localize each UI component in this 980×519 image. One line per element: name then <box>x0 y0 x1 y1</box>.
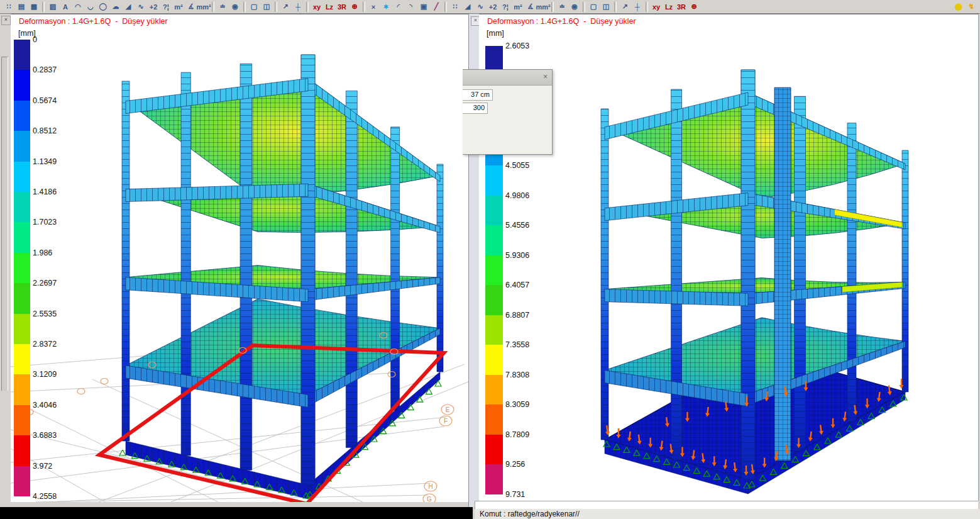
zoom-target-icon[interactable]: ⊕ <box>348 1 361 13</box>
visibility-icon[interactable]: ◉ <box>229 1 241 13</box>
spring-2-icon[interactable]: ∿ <box>474 1 487 13</box>
dialog-value-field[interactable]: 300 <box>463 103 488 114</box>
offset-2-icon[interactable]: +2 <box>487 1 499 13</box>
dock-close-icon[interactable]: × <box>1 16 11 25</box>
main-toolbar: ∷▤▦▨A◠◡◯☁◢∿+2?¦m²∡mm²≐◉▢◫↗┼xyLz3R⊕×∗◜◝▣╱… <box>0 0 980 14</box>
left-building-render: EFHG <box>11 14 468 502</box>
legend-label: 0 <box>33 35 37 44</box>
toolbar-separator <box>212 2 214 12</box>
ucs-icon[interactable]: ┼ <box>292 1 304 13</box>
legend-label: 8.3059 <box>505 400 529 409</box>
dialog-thickness-field[interactable]: 37 cm <box>463 89 493 101</box>
legend-color-band <box>485 255 503 286</box>
snap-points-icon[interactable]: ∷ <box>3 1 15 13</box>
legend-color-band <box>485 196 503 226</box>
toolbar-separator <box>275 2 277 12</box>
chamfer-icon[interactable]: ◝ <box>405 1 417 13</box>
fit-nodes-icon[interactable]: ∷ <box>449 1 461 13</box>
legend-label: 2.6053 <box>505 42 529 50</box>
dialog-titlebar[interactable]: × <box>463 70 552 86</box>
offset-icon[interactable]: +2 <box>147 1 160 13</box>
circle-icon[interactable]: ◯ <box>97 1 109 13</box>
legend-color-band <box>485 405 503 435</box>
grid-icon[interactable]: ▦ <box>28 1 40 13</box>
view-z-icon[interactable]: Lz <box>323 1 336 13</box>
angle-icon[interactable]: ∡ <box>185 1 197 13</box>
docked-panel-edge: × <box>0 14 11 507</box>
axes-icon[interactable]: ┼ <box>631 1 644 13</box>
spring-icon[interactable]: ∿ <box>135 1 147 13</box>
view-3d-2-icon[interactable]: 3R <box>675 1 688 13</box>
left-3d-viewport[interactable]: EFHG Deformasyon : 1.4G+1.6Q - Düşey yük… <box>11 14 468 502</box>
legend-color-band <box>14 40 30 70</box>
cloud-icon[interactable]: ☁ <box>109 1 122 13</box>
zoom-target-2-icon[interactable]: ⊕ <box>688 1 700 13</box>
tile-windows-icon[interactable]: ◫ <box>260 1 273 13</box>
pan-icon[interactable]: ↗ <box>619 1 631 13</box>
legend-label: 4.9806 <box>505 191 529 200</box>
arc-icon[interactable]: ◡ <box>84 1 97 13</box>
svg-text:H: H <box>428 483 432 490</box>
legend-label: 0.8512 <box>33 126 57 135</box>
right-result-title: Deformasyon : 1.4G+1.6Q - Düşey yükler <box>487 17 636 26</box>
left-bottom-black-bar <box>0 507 473 519</box>
legend-color-band <box>14 70 30 101</box>
wand-icon[interactable]: ╱ <box>430 1 443 13</box>
area-mm2-2-icon[interactable]: mm² <box>537 1 549 13</box>
single-window-icon[interactable]: ▢ <box>248 1 260 13</box>
area-m2-2-icon[interactable]: m² <box>512 1 524 13</box>
bulb-icon[interactable]: ⬤ <box>952 1 965 13</box>
legend-color-band <box>14 222 30 253</box>
tile-windows-2-icon[interactable]: ◫ <box>600 1 612 13</box>
level-2-icon[interactable]: ≐ <box>556 1 568 13</box>
select-box-icon[interactable]: ▣ <box>417 1 430 13</box>
sketch-icon[interactable]: ◠ <box>72 1 84 13</box>
toolbar-separator <box>646 2 648 12</box>
legend-color-band <box>14 101 30 131</box>
view-xy-2-icon[interactable]: xy <box>650 1 663 13</box>
break-node-icon[interactable]: × <box>367 1 380 13</box>
view-z-2-icon[interactable]: Lz <box>663 1 675 13</box>
text-icon[interactable]: A <box>59 1 72 13</box>
export-view-icon[interactable]: ↗ <box>279 1 292 13</box>
area-m2-icon[interactable]: m² <box>172 1 185 13</box>
toolbar-separator <box>243 2 246 12</box>
toolbar-separator <box>583 2 585 12</box>
legend-color-band <box>14 374 30 405</box>
legend-label: 8.7809 <box>505 430 529 439</box>
legend-label: 3.1209 <box>33 370 57 379</box>
angle-2-icon[interactable]: ∡ <box>524 1 537 13</box>
legend-color-band <box>14 435 30 466</box>
legend-label: 5.4556 <box>505 221 529 230</box>
property-dialog[interactable]: × 37 cm 300 <box>463 69 553 155</box>
notebook-icon[interactable]: ▤ <box>15 1 28 13</box>
view-xy-icon[interactable]: xy <box>311 1 323 13</box>
command-input[interactable] <box>475 501 978 510</box>
slope-icon[interactable]: ◢ <box>122 1 135 13</box>
dock-grip[interactable] <box>1 57 8 391</box>
query-2-icon[interactable]: ?¦ <box>499 1 512 13</box>
flash-icon[interactable]: ↯ <box>965 1 977 13</box>
area-mm2-icon[interactable]: mm² <box>197 1 210 13</box>
image-icon[interactable]: ▨ <box>47 1 59 13</box>
query-icon[interactable]: ?¦ <box>160 1 172 13</box>
legend-label: 2.2697 <box>33 279 57 287</box>
toolbar-separator <box>551 2 554 12</box>
legend-label: 9.256 <box>505 460 525 469</box>
right-building-render <box>479 14 978 501</box>
legend-label: 7.8308 <box>505 371 529 379</box>
legend-label: 6.8807 <box>505 311 529 320</box>
slope-2-icon[interactable]: ◢ <box>461 1 474 13</box>
right-3d-viewport[interactable]: Deformasyon : 1.4G+1.6Q - Düşey yükler [… <box>479 14 979 501</box>
fillet-icon[interactable]: ◜ <box>392 1 405 13</box>
level-icon[interactable]: ≐ <box>216 1 229 13</box>
single-window-2-icon[interactable]: ▢ <box>587 1 600 13</box>
view-3d-icon[interactable]: 3R <box>336 1 348 13</box>
toolbar-separator <box>42 2 45 12</box>
visibility-2-icon[interactable]: ◉ <box>568 1 581 13</box>
dialog-close-icon[interactable]: × <box>543 72 548 81</box>
legend-label: 2.5535 <box>33 310 57 318</box>
legend-label: 4.5055 <box>505 161 529 170</box>
legend-color-band <box>14 192 30 223</box>
star-node-icon[interactable]: ∗ <box>380 1 392 13</box>
